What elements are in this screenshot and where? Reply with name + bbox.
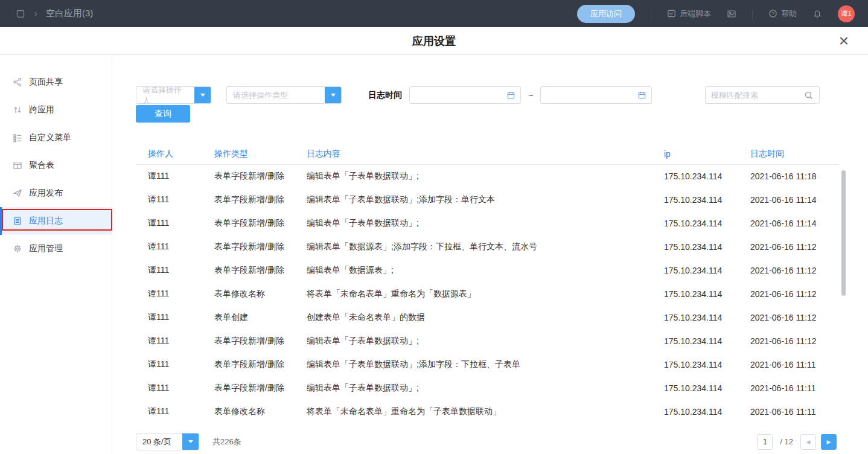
gear-icon bbox=[13, 244, 22, 254]
sidebar-item-app-manage[interactable]: 应用管理 bbox=[0, 235, 112, 263]
table-icon bbox=[13, 161, 22, 170]
script-icon bbox=[667, 9, 676, 18]
table-cell: 2021-06-16 11:12 bbox=[750, 235, 839, 258]
table-row: 谭111表单字段新增/删除编辑表单「子表单数据联动」;添加字段：下拉框、子表单1… bbox=[136, 353, 839, 376]
chevron-down-icon[interactable] bbox=[182, 433, 199, 450]
chevron-down-icon[interactable] bbox=[194, 87, 211, 103]
operation-type-select[interactable]: 请选择操作类型 bbox=[226, 86, 342, 104]
vertical-scrollbar[interactable] bbox=[841, 170, 846, 296]
table-cell: 175.10.234.114 bbox=[664, 211, 750, 235]
table-row: 谭111表单字段新增/删除编辑表单「子表单数据联动」;175.10.234.11… bbox=[136, 329, 839, 353]
date-range-separator: ~ bbox=[528, 91, 533, 100]
table-cell: 表单创建 bbox=[214, 305, 307, 329]
table-cell: 175.10.234.114 bbox=[664, 376, 750, 400]
total-pages-label: / 12 bbox=[780, 437, 793, 446]
share-icon bbox=[13, 77, 22, 87]
table-row: 谭111表单字段新增/删除编辑表单「子表单数据联动」;175.10.234.11… bbox=[136, 164, 839, 188]
page-size-select[interactable]: 20 条/页 bbox=[136, 433, 199, 450]
sidebar-item-page-share[interactable]: 页面共享 bbox=[0, 68, 112, 96]
sidebar-item-cross-app[interactable]: 跨应用 bbox=[0, 96, 112, 124]
prev-page-button[interactable]: ◀ bbox=[800, 434, 816, 450]
log-time-label: 日志时间 bbox=[368, 90, 402, 101]
close-icon[interactable]: × bbox=[835, 30, 852, 53]
table-cell: 谭111 bbox=[136, 258, 214, 282]
table-cell: 表单字段新增/删除 bbox=[214, 188, 307, 211]
table-cell: 编辑表单「子表单数据联动」; bbox=[307, 164, 664, 188]
image-icon bbox=[727, 9, 736, 19]
publish-icon bbox=[13, 188, 22, 198]
image-button[interactable] bbox=[727, 9, 736, 19]
table-cell: 2021-06-16 11:14 bbox=[750, 211, 839, 235]
bell-icon bbox=[812, 9, 822, 19]
sidebar-item-app-publish[interactable]: 应用发布 bbox=[0, 179, 112, 207]
table-header-row: 操作人 操作类型 日志内容 ip 日志时间 bbox=[136, 144, 839, 164]
col-header-ip: ip bbox=[664, 144, 750, 164]
arrow-right-icon: ▶ bbox=[827, 439, 831, 445]
table-cell: 表单字段新增/删除 bbox=[214, 353, 307, 376]
settings-sidebar: 页面共享 跨应用 自定义菜单 聚合表 应用发布 bbox=[0, 55, 112, 454]
sidebar-item-label: 页面共享 bbox=[29, 77, 63, 88]
table-cell: 编辑表单「子表单数据联动」; bbox=[307, 211, 664, 235]
sidebar-item-label: 应用发布 bbox=[29, 188, 63, 199]
operator-select-placeholder: 请选择操作人 bbox=[136, 87, 194, 103]
col-header-operator: 操作人 bbox=[136, 144, 214, 164]
topbar: › 空白应用(3) 应用访问 后端脚本 ? 帮助 谭1 bbox=[0, 0, 868, 27]
sidebar-item-custom-menu[interactable]: 自定义菜单 bbox=[0, 124, 112, 152]
table-row: 谭111表单修改名称将表单「未命名表单」重命名为「子表单数据联动」175.10.… bbox=[136, 400, 839, 423]
chevron-down-icon[interactable] bbox=[325, 87, 341, 103]
current-page-input[interactable]: 1 bbox=[757, 434, 773, 450]
backend-script-button[interactable]: 后端脚本 bbox=[667, 8, 711, 19]
query-button[interactable]: 查询 bbox=[136, 105, 190, 123]
arrow-left-icon: ◀ bbox=[806, 439, 811, 445]
notification-button[interactable] bbox=[812, 9, 822, 19]
app-title: 空白应用(3) bbox=[46, 8, 93, 19]
topbar-right: 应用访问 后端脚本 ? 帮助 谭1 bbox=[577, 5, 855, 23]
table-cell: 2021-06-16 11:11 bbox=[750, 376, 839, 400]
table-cell: 表单修改名称 bbox=[214, 400, 307, 423]
search-input[interactable]: 模糊匹配搜索 bbox=[705, 86, 820, 104]
divider bbox=[752, 9, 753, 19]
table-cell: 2021-06-16 11:12 bbox=[750, 258, 839, 282]
sidebar-item-label: 跨应用 bbox=[29, 104, 54, 115]
table-cell: 2021-06-16 11:18 bbox=[750, 164, 839, 188]
avatar[interactable]: 谭1 bbox=[838, 5, 855, 22]
table-cell: 表单字段新增/删除 bbox=[214, 164, 307, 188]
table-cell: 谭111 bbox=[136, 188, 214, 211]
table-row: 谭111表单字段新增/删除编辑表单「数据源表」;添加字段：下拉框、单行文本、流水… bbox=[136, 235, 839, 258]
table-cell: 表单字段新增/删除 bbox=[214, 329, 307, 353]
table-cell: 将表单「未命名表单」重命名为「数据源表」 bbox=[307, 282, 664, 305]
next-page-button[interactable]: ▶ bbox=[821, 434, 837, 450]
modal-title: 应用设置 bbox=[412, 34, 456, 48]
modal-header: 应用设置 × bbox=[0, 27, 868, 55]
operation-type-placeholder: 请选择操作类型 bbox=[227, 87, 325, 103]
topbar-left: › 空白应用(3) bbox=[16, 8, 93, 19]
table-cell: 175.10.234.114 bbox=[664, 282, 750, 305]
start-date-input[interactable] bbox=[409, 86, 521, 104]
operator-select[interactable]: 请选择操作人 bbox=[136, 86, 211, 104]
col-header-log-time: 日志时间 bbox=[750, 144, 839, 164]
log-table-body: 谭111表单字段新增/删除编辑表单「子表单数据联动」;175.10.234.11… bbox=[136, 164, 839, 423]
table-cell: 表单字段新增/删除 bbox=[214, 258, 307, 282]
sidebar-item-label: 应用管理 bbox=[29, 243, 63, 254]
table-cell: 175.10.234.114 bbox=[664, 353, 750, 376]
page-size-value: 20 条/页 bbox=[136, 433, 182, 450]
table-cell: 创建表单「未命名表单」的数据 bbox=[307, 305, 664, 329]
pagination-bar: 20 条/页 共226条 1 / 12 ◀ ▶ bbox=[136, 433, 837, 450]
table-cell: 2021-06-16 11:12 bbox=[750, 282, 839, 305]
log-document-icon bbox=[13, 216, 22, 226]
table-row: 谭111表单创建创建表单「未命名表单」的数据175.10.234.1142021… bbox=[136, 305, 839, 329]
table-cell: 2021-06-16 11:12 bbox=[750, 329, 839, 353]
table-cell: 175.10.234.114 bbox=[664, 400, 750, 423]
end-date-input[interactable] bbox=[540, 86, 652, 104]
sidebar-item-aggregate-table[interactable]: 聚合表 bbox=[0, 152, 112, 179]
table-cell: 编辑表单「子表单数据联动」;添加字段：单行文本 bbox=[307, 188, 664, 211]
sidebar-item-app-log[interactable]: 应用日志 bbox=[0, 207, 112, 235]
app-settings-modal: 应用设置 × 页面共享 跨应用 自定义菜单 聚合表 bbox=[0, 27, 868, 454]
cross-app-icon bbox=[13, 105, 22, 115]
app-access-button[interactable]: 应用访问 bbox=[577, 5, 635, 23]
table-cell: 谭111 bbox=[136, 282, 214, 305]
sidebar-item-label: 自定义菜单 bbox=[29, 132, 71, 143]
help-button[interactable]: ? 帮助 bbox=[768, 8, 797, 19]
table-row: 谭111表单字段新增/删除编辑表单「数据源表」;175.10.234.11420… bbox=[136, 258, 839, 282]
table-cell: 2021-06-16 11:11 bbox=[750, 400, 839, 423]
